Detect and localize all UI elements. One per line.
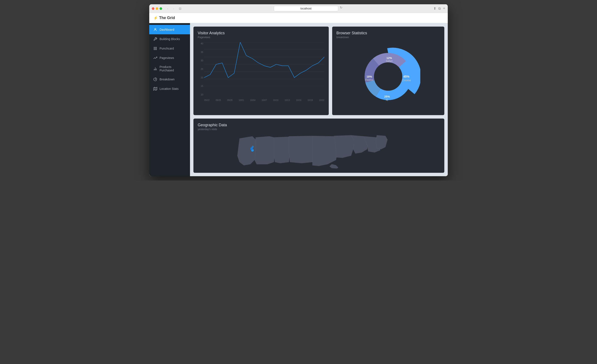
chart-x-labels: 09/22 09/25 09/28 10/01 10/04 10/07 10/1… [204,98,324,102]
svg-marker-14 [154,87,157,91]
ie-pct-label: 25% [384,95,390,98]
app-title: The Grid [159,16,175,20]
wrench-icon [153,37,157,41]
grid-icon [153,46,157,51]
donut-chart-svg: 45% Chrome 12% Safari 18% Firefox 25% IE [356,44,420,109]
app-body: Dashboard Building Blocks [149,23,448,176]
svg-point-2 [155,47,156,48]
nav-buttons: ‹ › [165,6,176,11]
map-region-ne [334,135,354,158]
visitor-analytics-chart: 40 35 30 25 20 15 10 [198,42,324,102]
sidebar-item-products-purchased[interactable]: Products Purchased [149,62,190,75]
app-header: ⚡ The Grid [149,13,448,23]
geo-data-title: Geographic Data [198,123,440,127]
geo-data-subtitle: yesterday's visits [198,128,440,131]
sidebar-label-products-purchased: Products Purchased [159,65,186,72]
address-bar: localhost ↻ [186,6,430,11]
forward-button[interactable]: › [171,6,176,11]
x-label-1022: 10/22 [319,99,324,101]
line-chart-svg [204,42,324,86]
svg-point-3 [156,47,157,48]
x-label-1007: 10/07 [262,99,267,101]
add-tab-button[interactable]: + [443,6,445,11]
map-region-south [313,136,337,166]
main-content: Visitor Analytics Pageviews 40 35 30 25 … [190,23,448,176]
svg-point-1 [154,47,154,48]
svg-point-6 [156,48,157,49]
reader-button[interactable]: ⊡ [178,6,183,11]
traffic-lights [152,7,162,10]
dashboard-icon [153,27,157,32]
svg-point-0 [155,28,156,30]
visitor-analytics-subtitle: Pageviews [198,36,324,39]
y-label-35: 35 [201,51,203,53]
sidebar-label-location-stats: Location Stats [159,87,179,91]
y-label-40: 40 [201,42,203,45]
browser-titlebar: ‹ › ⊡ localhost ↻ ⬆ ⧉ + [149,4,448,13]
sidebar-item-location-stats[interactable]: Location Stats [149,84,190,93]
sidebar-label-pageviews: Pageviews [159,56,174,60]
browser-stats-title: Browser Statistics [337,31,440,35]
chart-y-labels: 40 35 30 25 20 15 10 [198,42,204,96]
back-button[interactable]: ‹ [165,6,170,11]
chrome-browser-label: Chrome [402,79,411,82]
x-label-0925: 09/25 [216,99,221,101]
close-button[interactable] [152,7,154,10]
x-label-1001: 10/01 [239,99,244,101]
sidebar-item-pageviews[interactable]: Pageviews [149,53,190,62]
browser-statistics-card: Browser Statistics breakdown [332,27,444,115]
sidebar-label-breakdown: Breakdown [159,77,174,81]
sidebar: Dashboard Building Blocks [149,23,190,176]
safari-browser-label: Safari [386,60,393,62]
visitor-analytics-title: Visitor Analytics [198,31,324,35]
browser-window: ‹ › ⊡ localhost ↻ ⬆ ⧉ + ⚡ The Grid [149,4,448,176]
bolt-icon: ⚡ [154,16,158,20]
map-region-midwest [289,136,314,163]
sidebar-item-dashboard[interactable]: Dashboard [149,25,190,34]
x-label-1019: 10/19 [307,99,313,101]
svg-point-7 [154,49,154,50]
x-label-0922: 09/22 [204,99,210,101]
browser-stats-subtitle: breakdown [337,36,440,39]
map-region-maine [376,135,387,149]
geographic-data-card: Geographic Data yesterday's visits [193,118,444,173]
sidebar-label-punchcard: Punchcard [159,47,174,50]
safari-pct-label: 12% [386,56,392,60]
map-states [237,135,387,169]
map-region-florida [330,164,338,169]
maximize-button[interactable] [159,7,162,10]
url-text: localhost [300,7,311,10]
x-label-1016: 10/16 [296,99,301,101]
trending-up-icon [153,56,157,60]
firefox-pct-label: 18% [367,75,372,78]
share-button[interactable]: ⬆ [433,7,436,10]
reload-button[interactable]: ↻ [340,6,342,11]
firefox-browser-label: Firefox [365,78,373,81]
app-logo: ⚡ The Grid [154,16,175,20]
minimize-button[interactable] [156,7,158,10]
donut-hole [374,62,402,91]
sidebar-label-dashboard: Dashboard [159,28,174,31]
sidebar-item-breakdown[interactable]: Breakdown [149,75,190,84]
svg-point-5 [155,48,156,49]
map-region-sw [274,137,291,163]
url-input[interactable]: localhost [274,6,338,11]
y-label-10: 10 [201,93,203,96]
sidebar-item-punchcard[interactable]: Punchcard [149,44,190,53]
top-card-row: Visitor Analytics Pageviews 40 35 30 25 … [193,27,444,115]
sidebar-item-building-blocks[interactable]: Building Blocks [149,34,190,44]
map-icon [153,87,157,91]
map-svg [198,134,440,169]
chrome-pct-label: 45% [403,75,409,78]
sidebar-label-building-blocks: Building Blocks [159,37,180,41]
x-label-1004: 10/04 [250,99,255,101]
toolbar-right: ⬆ ⧉ + [433,6,445,11]
map-region-mountain [255,136,276,164]
svg-point-4 [154,48,154,49]
donut-chart-container: 45% Chrome 12% Safari 18% Firefox 25% IE [337,42,440,111]
tabs-button[interactable]: ⧉ [438,7,441,10]
map-container [198,134,440,169]
y-label-20: 20 [201,76,203,79]
ie-browser-label: IE [386,98,388,101]
y-label-25: 25 [201,68,203,70]
